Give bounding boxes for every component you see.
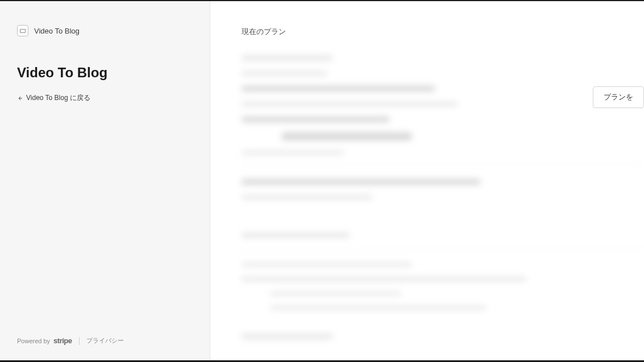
powered-by-label: Powered by (17, 338, 50, 344)
brand-icon (17, 25, 28, 36)
page-title: Video To Blog (17, 65, 193, 81)
privacy-link[interactable]: プライバシー (86, 336, 124, 345)
arrow-left-icon (17, 95, 23, 101)
back-link-label: Video To Blog に戻る (26, 93, 90, 103)
sidebar-footer: Powered by stripe プライバシー (17, 336, 124, 345)
brand-row: Video To Blog (17, 25, 193, 36)
loading-skeleton (242, 55, 644, 339)
page-layout: Video To Blog Video To Blog Video To Blo… (0, 0, 644, 362)
sidebar: Video To Blog Video To Blog Video To Blo… (0, 1, 210, 362)
brand-name: Video To Blog (34, 27, 80, 35)
footer-divider (79, 337, 80, 345)
main-content: 現在のプラン プランを (210, 1, 644, 362)
back-link[interactable]: Video To Blog に戻る (17, 93, 193, 103)
stripe-logo: stripe (53, 336, 72, 345)
section-header-current-plan: 現在のプラン (242, 27, 644, 37)
svg-rect-0 (20, 30, 26, 33)
powered-by[interactable]: Powered by stripe (17, 336, 72, 345)
